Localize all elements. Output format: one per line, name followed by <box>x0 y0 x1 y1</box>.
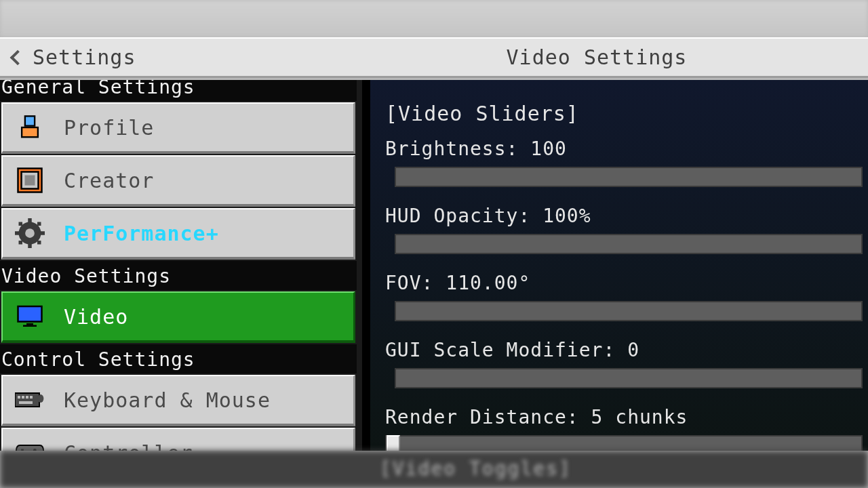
sidebar-item-label: Profile <box>64 116 154 140</box>
brightness-label: Brightness: 100 <box>385 138 863 160</box>
gui-scale-label: GUI Scale Modifier: 0 <box>385 339 863 361</box>
svg-rect-11 <box>19 222 23 226</box>
svg-rect-8 <box>28 243 32 248</box>
svg-rect-19 <box>18 396 20 399</box>
sidebar: General Settings Profile Creator PerForm… <box>0 80 362 451</box>
svg-rect-12 <box>37 222 41 226</box>
svg-rect-21 <box>26 396 28 399</box>
svg-rect-20 <box>22 396 24 399</box>
svg-rect-4 <box>25 176 35 186</box>
section-video: Video Settings <box>0 261 357 290</box>
svg-rect-7 <box>28 218 32 224</box>
svg-rect-1 <box>22 127 38 137</box>
svg-rect-14 <box>37 241 41 245</box>
header-bar: Settings Video Settings <box>0 37 868 78</box>
blur-top <box>0 0 868 37</box>
content-panel: [Video Sliders] Brightness: 100 HUD Opac… <box>370 80 868 451</box>
panel-divider <box>362 80 370 451</box>
back-button[interactable]: Settings <box>0 39 149 76</box>
brightness-slider[interactable] <box>395 167 863 187</box>
hud-opacity-slider[interactable] <box>395 234 863 254</box>
svg-rect-23 <box>19 401 33 404</box>
section-general: General Settings <box>0 80 357 101</box>
profile-icon <box>15 113 45 142</box>
svg-rect-17 <box>23 325 37 327</box>
sidebar-item-profile[interactable]: Profile <box>1 102 355 154</box>
monitor-icon <box>15 302 45 331</box>
svg-point-24 <box>38 394 44 403</box>
svg-rect-22 <box>30 396 33 399</box>
back-label: Settings <box>33 45 136 69</box>
svg-rect-10 <box>39 231 45 235</box>
group-sliders-label: [Video Sliders] <box>385 102 863 125</box>
sidebar-item-creator[interactable]: Creator <box>1 155 355 207</box>
controller-icon <box>15 438 45 451</box>
render-distance-slider[interactable] <box>385 435 863 451</box>
body-area: General Settings Profile Creator PerForm… <box>0 80 868 451</box>
creator-icon <box>15 165 45 195</box>
sidebar-item-performance[interactable]: PerFormance+ <box>1 208 355 260</box>
slider-thumb[interactable] <box>387 435 400 451</box>
chevron-left-icon <box>10 49 26 65</box>
sidebar-item-keyboard[interactable]: Keyboard & Mouse <box>1 375 355 426</box>
hud-opacity-label: HUD Opacity: 100% <box>385 205 863 227</box>
svg-rect-15 <box>18 306 42 322</box>
sidebar-item-video[interactable]: Video <box>1 291 355 343</box>
gui-scale-slider[interactable] <box>395 368 863 388</box>
blur-bottom-text: [Video Toggles] <box>380 458 572 480</box>
sidebar-item-label: PerFormance+ <box>64 222 219 245</box>
svg-rect-13 <box>19 241 23 245</box>
sidebar-item-label: Video <box>64 305 128 329</box>
sidebar-item-label: Controller <box>64 441 193 451</box>
section-control: Control Settings <box>0 344 357 373</box>
svg-rect-18 <box>15 393 39 407</box>
sidebar-item-controller[interactable]: Controller <box>1 428 355 451</box>
svg-rect-16 <box>26 323 33 325</box>
svg-point-6 <box>25 228 35 238</box>
fov-slider[interactable] <box>395 301 863 321</box>
svg-rect-0 <box>25 116 35 125</box>
sidebar-item-label: Creator <box>64 169 154 192</box>
sidebar-item-label: Keyboard & Mouse <box>64 388 271 412</box>
svg-rect-9 <box>15 231 20 235</box>
gear-icon <box>15 218 45 248</box>
keyboard-icon <box>15 385 45 415</box>
fov-label: FOV: 110.00° <box>385 272 863 294</box>
render-distance-label: Render Distance: 5 chunks <box>385 406 863 428</box>
